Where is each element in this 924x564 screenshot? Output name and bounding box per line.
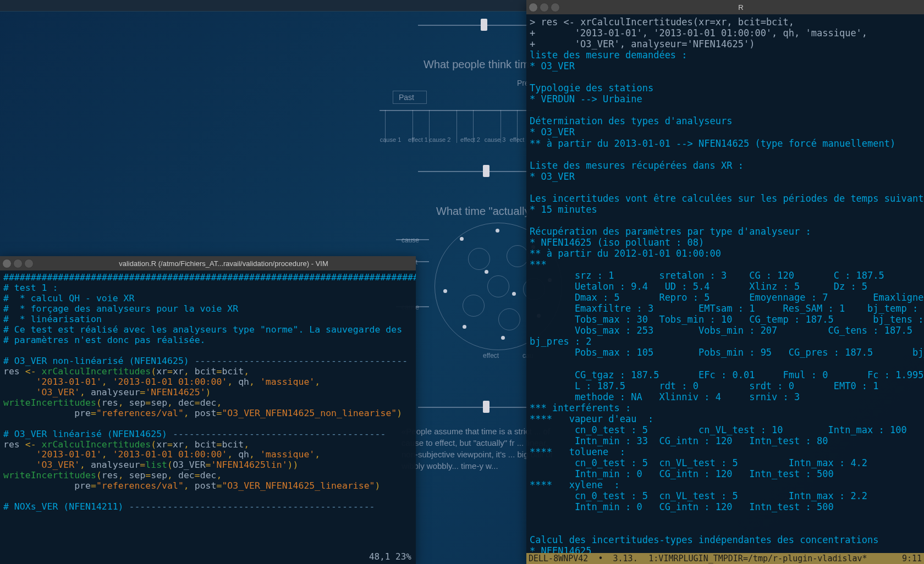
side-label: effect xyxy=(483,352,499,360)
r-title: R xyxy=(560,3,922,12)
vim-window[interactable]: validation.R (/atmo/Fichiers_AT...ravail… xyxy=(0,256,416,564)
clock: 9:11 xyxy=(902,554,922,563)
slider-track-3 xyxy=(418,407,528,408)
slider-track-2 xyxy=(418,171,528,172)
side-label: cause xyxy=(402,236,419,244)
tick-label: cause 1 xyxy=(380,136,402,143)
tmux-statusbar: DELL-8WNPV42 • 3.13. 1:VIMRPLUGIN_TMPDIR… xyxy=(526,553,924,564)
slider-handle-2 xyxy=(483,165,490,177)
r-terminal-window[interactable]: R > res <- xrCalculIncertitudes(xr=xr, b… xyxy=(526,0,924,564)
minimize-icon[interactable] xyxy=(540,3,549,12)
tick-label: effect 1 xyxy=(408,136,428,143)
r-titlebar[interactable]: R xyxy=(526,0,924,14)
slider-track-1 xyxy=(418,25,528,26)
vim-cursor-pos: 48,1 xyxy=(369,551,391,562)
vim-titlebar[interactable]: validation.R (/atmo/Fichiers_AT...ravail… xyxy=(0,256,416,270)
kernel-version: 3.13. xyxy=(613,554,638,563)
r-terminal-area[interactable]: > res <- xrCalculIncertitudes(xr=xr, bci… xyxy=(526,14,924,553)
tick-label: cause 2 xyxy=(430,136,451,143)
slider-handle-3 xyxy=(483,401,490,413)
vim-title: validation.R (/atmo/Fichiers_AT...ravail… xyxy=(34,259,414,268)
tick-label: effect xyxy=(510,136,525,143)
slider-handle-1 xyxy=(481,19,487,31)
past-label: Past xyxy=(393,91,427,104)
wallpaper-heading-1: What people think tim xyxy=(424,58,529,71)
tick-label: cause 3 xyxy=(485,136,506,143)
maximize-icon[interactable] xyxy=(551,3,560,12)
hostname: DELL-8WNPV42 xyxy=(529,554,588,563)
close-icon[interactable] xyxy=(529,3,538,12)
maximize-icon[interactable] xyxy=(24,259,34,268)
wallpaper-heading-2: What time "actually" xyxy=(436,205,534,218)
close-icon[interactable] xyxy=(2,259,12,268)
minimize-icon[interactable] xyxy=(13,259,23,268)
vim-scroll-pct: 23% xyxy=(395,551,411,562)
vim-editor-area[interactable]: ########################################… xyxy=(0,270,416,551)
tick-label: effect 2 xyxy=(460,136,480,143)
tmux-window-name: 1:VIMRPLUGIN_TMPDIR=/tmp/r-plugin-vladis… xyxy=(648,554,867,563)
